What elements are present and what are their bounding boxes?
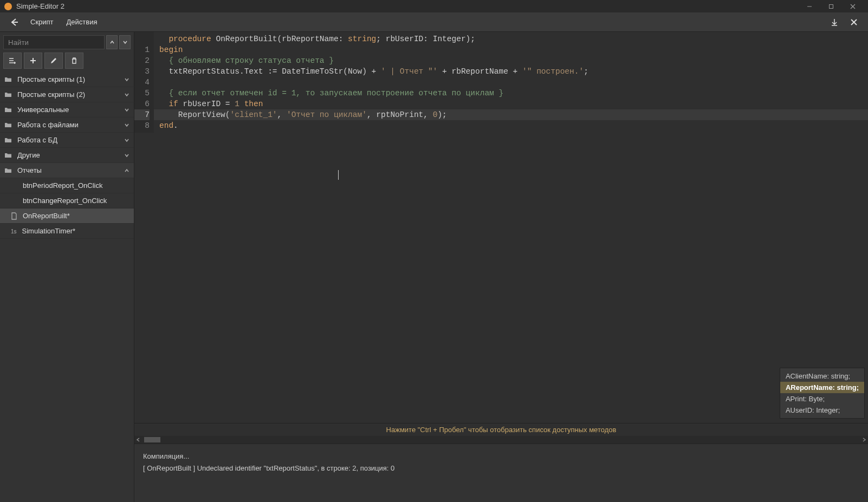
- tooltip-row: AReportName: string;: [780, 382, 864, 393]
- folder-label: Работа с файлами: [17, 121, 79, 129]
- back-button[interactable]: [7, 15, 22, 30]
- folder-label: Работа с БД: [17, 136, 57, 144]
- folder-label: Другие: [17, 151, 40, 159]
- script-tree: Простые скрипты (1) Простые скрипты (2) …: [0, 72, 134, 502]
- chevron-down-icon: [124, 153, 129, 158]
- code-line[interactable]: begin: [154, 44, 868, 55]
- chevron-down-icon: [124, 92, 129, 97]
- item-label: OnReportBuilt*: [23, 212, 70, 220]
- app-icon: [4, 3, 12, 10]
- tooltip-row: AUserID: Integer;: [780, 405, 864, 416]
- code-line[interactable]: { обновляем строку статуса отчета }: [154, 55, 868, 66]
- minimize-button[interactable]: [799, 0, 820, 12]
- item-icon: [11, 181, 17, 190]
- scroll-thumb[interactable]: [144, 437, 160, 442]
- sidebar-item[interactable]: btnChangeReport_OnClick: [0, 193, 134, 208]
- sidebar-folder[interactable]: Простые скрипты (1): [0, 72, 134, 87]
- folder-icon: [4, 121, 12, 129]
- chevron-down-icon: [124, 122, 129, 128]
- toolbar: Скрипт Действия: [0, 12, 868, 32]
- chevron-down-icon: [124, 77, 129, 82]
- folder-label: Отчеты: [17, 166, 42, 174]
- item-label: btnPeriodReport_OnClick: [23, 181, 102, 190]
- text-cursor: [338, 170, 339, 180]
- search-next-button[interactable]: [119, 35, 131, 49]
- window-title: Simple-Editor 2: [16, 2, 64, 10]
- sidebar-item[interactable]: btnPeriodReport_OnClick: [0, 178, 134, 193]
- sidebar-folder[interactable]: Простые скрипты (2): [0, 87, 134, 102]
- output-line: [ OnReportBuilt ] Undeclared identifier …: [143, 462, 859, 474]
- editor-area: 12345678 procedure OnReportBuilt(rbRepor…: [134, 32, 868, 502]
- output-line: Компиляция...: [143, 451, 859, 462]
- parameter-tooltip: AClientName: string;AReportName: string;…: [780, 368, 865, 419]
- item-icon: [11, 212, 17, 220]
- delete-button[interactable]: [65, 53, 83, 69]
- code-line[interactable]: { если отчет отмечен id = 1, то запускае…: [154, 88, 868, 99]
- item-label: SimulationTimer*: [22, 227, 76, 235]
- chevron-down-icon: [124, 107, 129, 113]
- chevron-down-icon: [124, 138, 129, 143]
- line-gutter: 12345678: [134, 32, 154, 133]
- download-button[interactable]: [827, 15, 842, 30]
- close-button[interactable]: [842, 0, 864, 12]
- folder-icon: [4, 136, 12, 144]
- folder-label: Простые скрипты (1): [17, 75, 85, 83]
- tooltip-row: APrint: Byte;: [780, 393, 864, 405]
- hint-text: Нажмите "Ctrl + Пробел" чтобы отобразить…: [386, 426, 617, 434]
- chevron-up-icon: [124, 168, 129, 173]
- item-icon: [11, 197, 17, 205]
- code-line[interactable]: txtReportStatus.Text := DateTimeToStr(No…: [154, 66, 868, 77]
- horizontal-scrollbar[interactable]: [134, 436, 868, 444]
- sidebar: Простые скрипты (1) Простые скрипты (2) …: [0, 32, 134, 502]
- code-editor[interactable]: 12345678 procedure OnReportBuilt(rbRepor…: [134, 32, 868, 423]
- search-prev-button[interactable]: [106, 35, 118, 49]
- tooltip-row: AClientName: string;: [780, 370, 864, 382]
- edit-button[interactable]: [44, 53, 63, 69]
- add-group-button[interactable]: [3, 53, 22, 69]
- sidebar-item[interactable]: 1sSimulationTimer*: [0, 224, 134, 239]
- code-line[interactable]: if rbUserID = 1 then: [154, 99, 868, 109]
- sidebar-folder[interactable]: Отчеты: [0, 163, 134, 178]
- folder-icon: [4, 91, 12, 99]
- folder-icon: [4, 152, 12, 159]
- code-line[interactable]: [154, 77, 868, 88]
- sidebar-item[interactable]: OnReportBuilt*: [0, 208, 134, 224]
- item-label: btnChangeReport_OnClick: [23, 197, 107, 205]
- maximize-button[interactable]: [820, 0, 842, 12]
- folder-icon: [4, 106, 12, 114]
- code-line[interactable]: ReportView('client_1', 'Отчет по циклам'…: [154, 109, 868, 120]
- folder-label: Простые скрипты (2): [17, 90, 85, 99]
- scroll-left-icon[interactable]: [134, 436, 142, 444]
- sidebar-folder[interactable]: Работа с БД: [0, 133, 134, 148]
- menu-actions[interactable]: Действия: [67, 18, 98, 26]
- search-input[interactable]: [3, 35, 105, 49]
- code-line[interactable]: procedure OnReportBuilt(rbReportName: st…: [154, 34, 868, 44]
- folder-label: Универсальные: [17, 106, 69, 114]
- output-panel: Компиляция... [ OnReportBuilt ] Undeclar…: [134, 444, 868, 502]
- item-icon: 1s: [11, 227, 17, 235]
- code-lines[interactable]: procedure OnReportBuilt(rbReportName: st…: [154, 32, 868, 133]
- sidebar-folder[interactable]: Другие: [0, 148, 134, 163]
- code-line[interactable]: end.: [154, 120, 868, 131]
- close-panel-button[interactable]: [846, 15, 861, 30]
- svg-rect-1: [830, 4, 833, 8]
- folder-icon: [4, 167, 12, 174]
- scroll-right-icon[interactable]: [860, 436, 868, 444]
- hint-bar: Нажмите "Ctrl + Пробел" чтобы отобразить…: [134, 423, 868, 436]
- title-bar: Simple-Editor 2: [0, 0, 868, 12]
- add-button[interactable]: [24, 53, 42, 69]
- menu-script[interactable]: Скрипт: [30, 18, 54, 26]
- folder-icon: [4, 76, 12, 83]
- sidebar-folder[interactable]: Работа с файлами: [0, 118, 134, 133]
- sidebar-folder[interactable]: Универсальные: [0, 102, 134, 118]
